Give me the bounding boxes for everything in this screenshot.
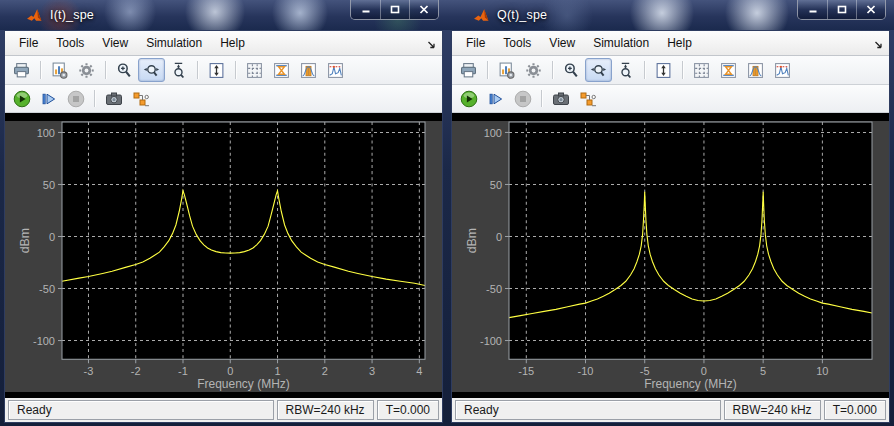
svg-text:100: 100 xyxy=(37,126,55,138)
rbw-indicator: RBW=240 kHz xyxy=(724,400,821,420)
svg-text:-100: -100 xyxy=(480,335,502,347)
svg-text:-100: -100 xyxy=(33,335,55,347)
minimize-button[interactable] xyxy=(351,0,380,19)
zoom-y-button[interactable] xyxy=(165,58,192,82)
run-button[interactable] xyxy=(455,87,482,111)
snapshot-button[interactable] xyxy=(547,87,574,111)
svg-text:-10: -10 xyxy=(578,365,594,377)
titlebar[interactable]: I(t)_spe xyxy=(0,0,447,30)
window-title: Q(t)_spe xyxy=(497,8,547,22)
status-message: Ready xyxy=(8,400,274,420)
svg-text:0: 0 xyxy=(701,365,707,377)
svg-text:1: 1 xyxy=(274,365,280,377)
plot-region: -15-10-50510100500-50-100Frequency (MHz)… xyxy=(452,113,889,398)
svg-text:0: 0 xyxy=(49,230,55,242)
toolbar-separator xyxy=(105,61,106,79)
zoom-y-button[interactable] xyxy=(612,58,639,82)
histogram-display-button[interactable] xyxy=(742,58,769,82)
step-forward-button[interactable] xyxy=(35,87,62,111)
zoom-in-button[interactable] xyxy=(558,58,585,82)
matlab-app-icon xyxy=(26,7,43,24)
matlab-app-icon xyxy=(473,7,490,24)
window-title: I(t)_spe xyxy=(50,8,94,22)
toolbar-separator xyxy=(235,61,236,79)
svg-text:-1: -1 xyxy=(178,365,188,377)
window-controls xyxy=(797,0,886,20)
svg-text:-2: -2 xyxy=(131,365,141,377)
toolbar-separator xyxy=(487,61,488,79)
svg-text:5: 5 xyxy=(760,365,766,377)
menubar: File Tools View Simulation Help xyxy=(5,31,442,56)
autoscale-button[interactable] xyxy=(203,58,230,82)
plot-panel: -3-2-101234100500-50-100Frequency (MHz)d… xyxy=(5,121,442,392)
stop-button xyxy=(509,87,536,111)
toolbar-separator xyxy=(552,61,553,79)
svg-text:-5: -5 xyxy=(640,365,650,377)
svg-text:Frequency (MHz): Frequency (MHz) xyxy=(644,377,737,391)
minimize-button[interactable] xyxy=(798,0,827,19)
toolbar-separator xyxy=(40,61,41,79)
svg-text:dBm: dBm xyxy=(465,228,479,253)
zoom-x-button[interactable] xyxy=(585,58,612,82)
titlebar[interactable]: Q(t)_spe xyxy=(447,0,894,30)
rbw-indicator: RBW=240 kHz xyxy=(277,400,374,420)
peak-display-button[interactable] xyxy=(769,58,796,82)
menu-file[interactable]: File xyxy=(457,32,494,54)
menu-tools[interactable]: Tools xyxy=(494,32,540,54)
maximize-button[interactable] xyxy=(827,0,856,19)
print-button[interactable] xyxy=(455,58,482,82)
menu-view[interactable]: View xyxy=(93,32,137,54)
svg-text:50: 50 xyxy=(43,178,55,190)
signal-flow-button[interactable] xyxy=(127,87,154,111)
svg-text:Frequency (MHz): Frequency (MHz) xyxy=(197,377,290,391)
svg-text:0: 0 xyxy=(496,230,502,242)
parameters-button[interactable] xyxy=(73,58,100,82)
axes-scale-button[interactable] xyxy=(268,58,295,82)
run-button[interactable] xyxy=(8,87,35,111)
menu-tools[interactable]: Tools xyxy=(47,32,93,54)
statusbar: Ready RBW=240 kHz T=0.000 xyxy=(5,398,442,422)
scope-settings-button[interactable] xyxy=(46,58,73,82)
menu-overflow-arrow-icon[interactable] xyxy=(874,39,884,49)
scope-window-q: Q(t)_spe File Tools View Simulation Help xyxy=(447,0,894,426)
zoom-in-button[interactable] xyxy=(111,58,138,82)
scope-settings-button[interactable] xyxy=(493,58,520,82)
peak-display-button[interactable] xyxy=(322,58,349,82)
snapshot-button[interactable] xyxy=(100,87,127,111)
menu-overflow-arrow-icon[interactable] xyxy=(427,39,437,49)
svg-text:-50: -50 xyxy=(39,282,55,294)
menu-help[interactable]: Help xyxy=(211,32,254,54)
autoscale-button[interactable] xyxy=(650,58,677,82)
menu-simulation[interactable]: Simulation xyxy=(137,32,211,54)
signal-flow-button[interactable] xyxy=(574,87,601,111)
spectrum-chart-i[interactable]: -3-2-101234100500-50-100Frequency (MHz)d… xyxy=(5,121,442,392)
print-button[interactable] xyxy=(8,58,35,82)
svg-text:-50: -50 xyxy=(486,282,502,294)
grid-button[interactable] xyxy=(688,58,715,82)
spectrum-chart-q[interactable]: -15-10-50510100500-50-100Frequency (MHz)… xyxy=(452,121,889,392)
zoom-x-button[interactable] xyxy=(138,58,165,82)
step-forward-button[interactable] xyxy=(482,87,509,111)
status-message: Ready xyxy=(455,400,721,420)
axes-scale-button[interactable] xyxy=(715,58,742,82)
main-toolbar xyxy=(5,56,442,85)
close-button[interactable] xyxy=(856,0,885,19)
menu-view[interactable]: View xyxy=(540,32,584,54)
maximize-button[interactable] xyxy=(380,0,409,19)
menu-file[interactable]: File xyxy=(10,32,47,54)
statusbar: Ready RBW=240 kHz T=0.000 xyxy=(452,398,889,422)
grid-button[interactable] xyxy=(241,58,268,82)
time-indicator: T=0.000 xyxy=(824,400,886,420)
menu-help[interactable]: Help xyxy=(658,32,701,54)
parameters-button[interactable] xyxy=(520,58,547,82)
menu-simulation[interactable]: Simulation xyxy=(584,32,658,54)
toolbar-separator xyxy=(541,90,542,107)
svg-text:100: 100 xyxy=(484,126,502,138)
histogram-display-button[interactable] xyxy=(295,58,322,82)
stop-button xyxy=(62,87,89,111)
svg-text:0: 0 xyxy=(227,365,233,377)
svg-text:dBm: dBm xyxy=(18,228,32,253)
close-button[interactable] xyxy=(409,0,438,19)
svg-text:50: 50 xyxy=(490,178,502,190)
simulation-toolbar xyxy=(5,85,442,113)
